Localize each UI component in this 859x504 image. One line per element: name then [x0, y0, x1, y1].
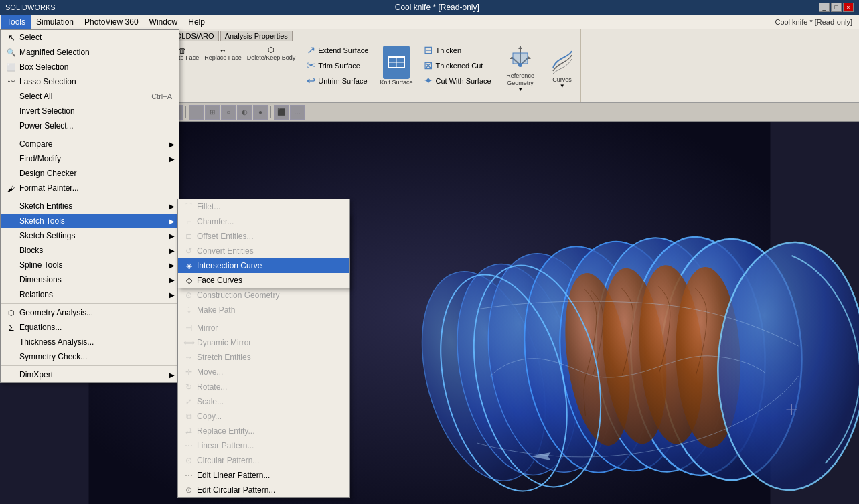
scale-icon: ⤢ — [183, 397, 194, 406]
title-bar-app: SOLIDWORKS — [5, 3, 56, 11]
rotate-icon: ↻ — [183, 382, 194, 392]
face-curves-item[interactable]: ◇ Face Curves — [178, 273, 349, 288]
menu-help[interactable]: Help — [183, 15, 210, 29]
title-bar: SOLIDWORKS Cool knife * [Read-only] _ □ … — [0, 0, 859, 15]
intersection-curve-item[interactable]: ◈ Intersection Curve — [178, 258, 349, 273]
tools-magnified-selection[interactable]: 🔍 Magnified Selection — [1, 45, 179, 60]
tools-relations[interactable]: Relations ▶ — [1, 287, 179, 302]
svg-marker-8 — [518, 46, 522, 49]
find-arrow: ▶ — [169, 155, 175, 163]
tb-scene[interactable]: ⬛ — [274, 105, 289, 120]
title-bar-title: Cool knife * [Read-only] — [56, 3, 819, 12]
fillet-icon: ⌒ — [183, 201, 194, 213]
tab-analysis[interactable]: Analysis Properties — [220, 31, 293, 41]
move-item: ✛ Move... — [178, 365, 349, 380]
sketch-settings-arrow: ▶ — [169, 232, 175, 240]
dimxpert-arrow: ▶ — [169, 371, 175, 379]
compare-arrow: ▶ — [169, 141, 175, 148]
tools-select-all[interactable]: Select All Ctrl+A — [1, 89, 179, 104]
tools-dimxpert[interactable]: DimXpert ▶ — [1, 367, 179, 382]
tb-more[interactable]: … — [290, 105, 305, 120]
mirror-icon: ⊣ — [183, 323, 194, 333]
cut-with-surface-btn[interactable]: ✦ Cut With Surface — [422, 74, 492, 88]
tools-sketch-settings[interactable]: Sketch Settings ▶ — [1, 228, 179, 243]
copy-item: ⧉ Copy... — [178, 409, 349, 424]
thicken-btn[interactable]: ⊟ Thicken — [422, 43, 492, 57]
edit-circular-pattern-item[interactable]: ⊙ Edit Circular Pattern... — [178, 483, 349, 497]
edit-linear-pattern-item[interactable]: ⋯ Edit Linear Pattern... — [178, 468, 349, 483]
tb-display3[interactable]: ○ — [221, 105, 236, 120]
select-icon: ↖ — [6, 33, 17, 43]
delete-keep-body-btn[interactable]: ⬡ Delete/Keep Body — [246, 44, 297, 62]
menu-photoview[interactable]: PhotoView 360 — [79, 15, 144, 29]
replace-face-btn[interactable]: ↔ Replace Face — [203, 45, 243, 62]
circular-pattern-item: ⊙ Circular Pattern... — [178, 453, 349, 468]
separator1 — [1, 135, 179, 135]
tools-sketch-entities[interactable]: Sketch Entities ▶ — [1, 199, 179, 214]
blocks-arrow: ▶ — [169, 247, 175, 254]
close-button[interactable]: × — [843, 3, 854, 12]
tb-display5[interactable]: ● — [253, 105, 268, 120]
tools-invert-selection[interactable]: Invert Selection — [1, 104, 179, 118]
app-title-bar: Cool knife * [Read-only] — [775, 18, 858, 26]
dynamic-mirror-icon: ⟺ — [183, 338, 194, 347]
minimize-button[interactable]: _ — [819, 3, 830, 12]
chamfer-item: ⌐ Chamfer... — [178, 214, 349, 229]
tools-thickness-analysis[interactable]: Thickness Analysis... — [1, 335, 179, 349]
menu-window[interactable]: Window — [144, 15, 183, 29]
tools-equations[interactable]: Σ Equations... — [1, 320, 179, 335]
circular-pattern-icon: ⊙ — [183, 456, 194, 465]
tb-display2[interactable]: ⊞ — [205, 105, 220, 120]
offset-icon: ⊏ — [183, 232, 194, 241]
reference-geometry-btn[interactable]: ReferenceGeometry ▼ — [506, 39, 534, 93]
format-painter-icon: 🖌 — [6, 183, 17, 193]
replace-entity-icon: ⇄ — [183, 426, 194, 436]
linear-pattern-item: ⋯ Linear Pattern... — [178, 438, 349, 453]
tools-power-select[interactable]: Power Select... — [1, 118, 179, 133]
tools-geometry-analysis[interactable]: ⬡ Geometry Analysis... — [1, 305, 179, 320]
untrim-surface-btn[interactable]: ↩ Untrim Surface — [305, 74, 370, 88]
tools-sketch-tools[interactable]: Sketch Tools ▶ — [1, 214, 179, 228]
maximize-button[interactable]: □ — [831, 3, 842, 12]
thickened-cut-btn[interactable]: ⊠ Thickened Cut — [422, 58, 492, 72]
offset-entities-item: ⊏ Offset Entities... — [178, 229, 349, 244]
tools-blocks[interactable]: Blocks ▶ — [1, 243, 179, 258]
box-icon: ⬜ — [6, 63, 17, 72]
linear-pattern-icon: ⋯ — [183, 441, 194, 450]
knit-surface-btn[interactable]: Knit Surface — [380, 46, 412, 86]
edit-linear-icon: ⋯ — [183, 471, 194, 480]
replace-entity-item: ⇄ Replace Entity... — [178, 424, 349, 438]
menu-tools[interactable]: Tools — [1, 15, 31, 29]
intersection-curve-icon: ◈ — [183, 261, 194, 270]
tools-symmetry-check[interactable]: Symmetry Check... — [1, 349, 179, 364]
tb-display1[interactable]: ☰ — [189, 105, 204, 120]
tools-lasso-selection[interactable]: 〰 Lasso Selection — [1, 74, 179, 89]
tools-dropdown-menu: ↖ Select 🔍 Magnified Selection ⬜ Box Sel… — [0, 29, 179, 383]
trim-surface-btn[interactable]: ✂ Trim Surface — [305, 58, 370, 72]
face-curves-icon: ◇ — [183, 276, 194, 285]
edit-circular-icon: ⊙ — [183, 485, 194, 495]
menu-simulation[interactable]: Simulation — [31, 15, 79, 29]
curves-btn[interactable]: Curves ▼ — [550, 43, 575, 89]
tools-spline-tools[interactable]: Spline Tools ▶ — [1, 258, 179, 272]
sketch-tools-arrow: ▶ — [169, 218, 175, 225]
scale-item: ⤢ Scale... — [178, 394, 349, 409]
separator3 — [1, 303, 179, 304]
construction-icon: ⊙ — [183, 290, 194, 300]
tools-compare[interactable]: Compare ▶ — [1, 137, 179, 151]
tools-design-checker[interactable]: Design Checker — [1, 166, 179, 181]
tools-select[interactable]: ↖ Select — [1, 30, 179, 45]
lasso-icon: 〰 — [6, 78, 17, 86]
menu-bar: Tools Simulation PhotoView 360 Window He… — [0, 15, 859, 29]
copy-icon: ⧉ — [183, 412, 194, 421]
extend-surface-btn[interactable]: ↗ Extend Surface — [305, 43, 370, 57]
dimensions-arrow: ▶ — [169, 276, 175, 284]
tb-display4[interactable]: ◐ — [237, 105, 252, 120]
tools-box-selection[interactable]: ⬜ Box Selection — [1, 60, 179, 74]
tools-format-painter[interactable]: 🖌 Format Painter... — [1, 181, 179, 195]
make-path-icon: ⤵ — [183, 305, 194, 315]
separator2 — [1, 197, 179, 197]
tools-dimensions[interactable]: Dimensions ▶ — [1, 272, 179, 287]
convert-icon: ↺ — [183, 246, 194, 256]
tools-find-modify[interactable]: Find/Modify ▶ — [1, 151, 179, 166]
